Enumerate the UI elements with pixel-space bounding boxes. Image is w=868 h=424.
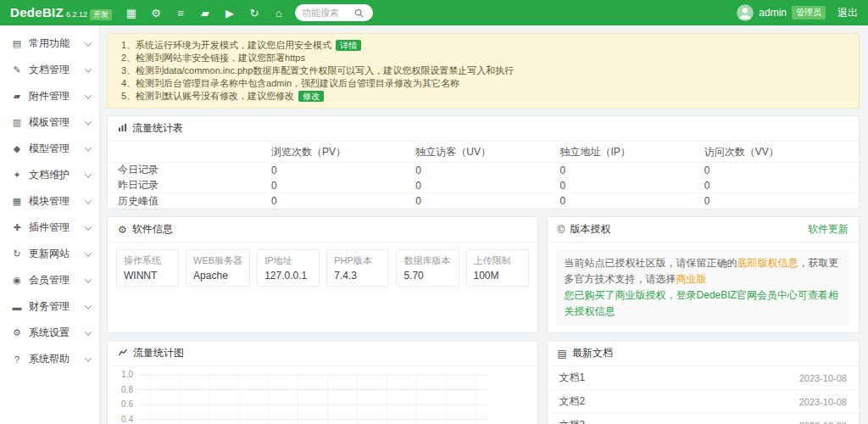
chevron-down-icon (85, 118, 92, 125)
module-icon: ▦ (10, 196, 24, 207)
chevron-down-icon (85, 302, 92, 309)
chart-body: 1.00.80.60.40.20-0.2-0.4-0.6-0.8-1.0 PVU… (108, 366, 537, 424)
cell-value: 0 (415, 180, 559, 192)
doc-row[interactable]: 文档2 2023-10-08 (548, 390, 859, 414)
copyright-info-link[interactable]: 底部版权信息 (737, 257, 798, 269)
sidebar-item-update-site[interactable]: ↻ 更新网站 (0, 241, 99, 267)
software-update-link[interactable]: 软件更新 (808, 222, 849, 237)
plugin-icon: ✚ (10, 222, 24, 233)
chevron-down-icon (85, 276, 92, 282)
svg-text:0.8: 0.8 (121, 385, 133, 394)
sidebar-item-document-maintenance[interactable]: ✦ 文档维护 (0, 162, 99, 188)
sidebar-item-model-management[interactable]: ◆ 模型管理 (0, 136, 99, 162)
home-icon[interactable]: ⌂ (273, 7, 285, 20)
cell-value: 0 (704, 180, 849, 192)
card-header: 流量统计图 (108, 341, 537, 366)
main-content: 1、系统运行环境为开发模式，建议您启用安全模式详情 2、检测到网站非安全链接，建… (100, 25, 868, 424)
sidebar-item-finance-management[interactable]: ▬ 财务管理 (0, 293, 99, 320)
license-card: © 版本授权 软件更新 当前站点已授权社区版，请保留正确的底部版权信息，获取更多… (547, 216, 860, 333)
table-row: 昨日记录 0 0 0 0 (108, 178, 859, 193)
card-header: © 版本授权 软件更新 (548, 217, 859, 243)
column-header: 独立访客（UV） (415, 145, 559, 159)
traffic-chart-card: 流量统计图 1.00.80.60.40.20-0.2-0.4-0.6-0.8-1… (107, 340, 538, 424)
folder-icon: ▰ (10, 91, 24, 102)
table-row: 历史峰值 0 0 0 0 (108, 193, 859, 209)
traffic-chart-svg: 1.00.80.60.40.20-0.2-0.4-0.6-0.8-1.0 (108, 366, 523, 424)
search-input[interactable] (302, 8, 354, 18)
column-header: 访问次数（VV） (704, 145, 849, 159)
brand: DedeBIZ 6.2.12 开发 (10, 5, 112, 20)
chevron-down-icon (85, 249, 92, 256)
traffic-table-card: 流量统计表 浏览次数（PV） 独立访客（UV） 独立地址（IP） 访问次数（VV… (107, 115, 860, 209)
cell-value: 0 (704, 195, 849, 207)
card-title: 最新文档 (572, 346, 613, 360)
sidebar-item-template-management[interactable]: ▥ 模板管理 (0, 109, 99, 136)
latest-docs-card: ▤ 最新文档 文档1 2023-10-08 文档2 2023-10-08 文档3… (547, 340, 860, 424)
username: admin (759, 7, 787, 19)
list-icon[interactable]: ≡ (175, 7, 186, 20)
row-label: 历史峰值 (118, 194, 271, 209)
license-line-2: 您已购买了商业版授权，登录DedeBIZ官网会员中心可查看相关授权信息 (565, 287, 842, 320)
docs-list: 文档1 2023-10-08 文档2 2023-10-08 文档3 2023-1… (548, 366, 859, 424)
doc-row[interactable]: 文档3 2023-10-08 (548, 414, 859, 424)
row-label: 昨日记录 (118, 178, 271, 192)
finance-icon: ▬ (10, 302, 24, 312)
sidebar-item-document-management[interactable]: ✎ 文档管理 (0, 57, 99, 83)
info-box-os: 操作系统 WINNT (116, 249, 179, 287)
column-header: 浏览次数（PV） (271, 145, 415, 159)
top-icon-bar: ▦ ⚙ ≡ ▰ ▶ ↻ ⌂ (125, 7, 285, 20)
sidebar-item-attachment-management[interactable]: ▰ 附件管理 (0, 83, 99, 109)
chevron-down-icon (85, 328, 92, 335)
search-icon[interactable] (354, 8, 364, 18)
cell-value: 0 (415, 165, 559, 176)
table-header-row: 浏览次数（PV） 独立访客（UV） 独立地址（IP） 访问次数（VV） (108, 142, 859, 163)
warning-line: 3、检测到data/common.inc.php数据库配置文件权限可以写入，建议… (121, 64, 845, 77)
chevron-down-icon (85, 144, 92, 151)
apps-menu-icon[interactable]: ▦ (125, 7, 137, 20)
detail-badge[interactable]: 详情 (336, 40, 361, 51)
sidebar-item-plugin-management[interactable]: ✚ 插件管理 (0, 215, 99, 241)
modify-badge[interactable]: 修改 (298, 91, 324, 102)
search-box (295, 4, 373, 21)
sidebar-item-system-help[interactable]: ? 系统帮助 (0, 346, 99, 372)
top-header: DedeBIZ 6.2.12 开发 ▦ ⚙ ≡ ▰ ▶ ↻ ⌂ admin 管理… (0, 0, 868, 25)
refresh-icon[interactable]: ↻ (248, 7, 260, 20)
cell-value: 0 (271, 195, 415, 207)
commercial-version-link[interactable]: 商业版 (676, 273, 707, 285)
info-row: ⚙ 软件信息 操作系统 WINNT WEB服务器 Apache IP地址 127… (107, 216, 860, 333)
chevron-down-icon (85, 92, 92, 98)
sidebar: ▤ 常用功能 ✎ 文档管理 ▰ 附件管理 ▥ 模板管理 ◆ 模型管理 ✦ 文档维… (0, 25, 100, 424)
sidebar-item-system-settings[interactable]: ⚙ 系统设置 (0, 320, 99, 346)
dashboard-icon: ▤ (10, 38, 24, 49)
software-info-boxes: 操作系统 WINNT WEB服务器 Apache IP地址 127.0.0.1 … (108, 243, 537, 293)
card-header: ⚙ 软件信息 (108, 217, 537, 243)
doc-row[interactable]: 文档1 2023-10-08 (548, 366, 859, 390)
info-box-webserver: WEB服务器 Apache (186, 249, 250, 287)
gears-icon: ⚙ (118, 225, 127, 235)
document-icon: ✎ (10, 64, 24, 75)
bar-chart-icon (118, 123, 127, 134)
copyright-icon: © (558, 225, 565, 235)
main-layout: ▤ 常用功能 ✎ 文档管理 ▰ 附件管理 ▥ 模板管理 ◆ 模型管理 ✦ 文档维… (0, 25, 868, 424)
brand-name[interactable]: DedeBIZ (10, 5, 64, 20)
card-header: ▤ 最新文档 (548, 341, 859, 366)
sidebar-item-module-management[interactable]: ▦ 模块管理 (0, 188, 99, 215)
settings-icon[interactable]: ⚙ (150, 7, 162, 20)
info-box-db: 数据库版本 5.70 (396, 249, 459, 287)
row-label: 今日记录 (118, 163, 271, 177)
svg-text:0.6: 0.6 (121, 399, 133, 409)
cell-value: 0 (704, 165, 849, 176)
cell-value: 0 (559, 180, 704, 192)
send-icon[interactable]: ▶ (224, 7, 236, 20)
warning-line: 1、系统运行环境为开发模式，建议您启用安全模式详情 (121, 39, 845, 52)
card-title: 软件信息 (132, 222, 173, 237)
sidebar-item-member-management[interactable]: ◉ 会员管理 (0, 267, 99, 293)
info-box-ip: IP地址 127.0.0.1 (257, 249, 320, 287)
folder-icon[interactable]: ▰ (199, 7, 211, 20)
line-chart-icon (118, 348, 128, 359)
logout-link[interactable]: 退出 (837, 6, 858, 20)
sidebar-item-common-functions[interactable]: ▤ 常用功能 (0, 31, 99, 57)
cell-value: 0 (271, 165, 415, 176)
chevron-down-icon (85, 170, 92, 177)
avatar[interactable] (737, 4, 754, 21)
